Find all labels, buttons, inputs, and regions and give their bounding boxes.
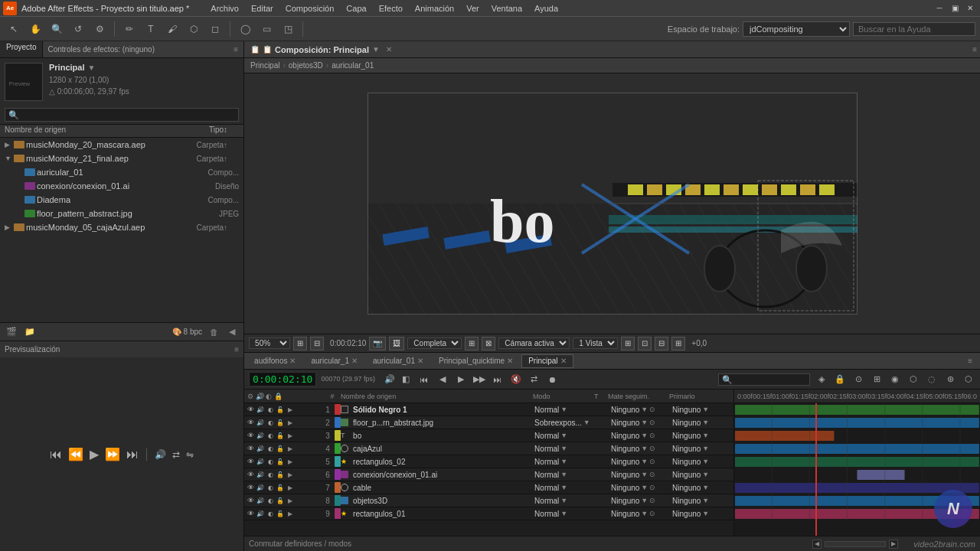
visibility-9[interactable]: 👁 [246, 509, 255, 518]
tool-rotate[interactable]: ↺ [69, 20, 87, 38]
minimize-button[interactable]: ─ [933, 2, 946, 15]
tool-eraser[interactable]: ◻ [206, 20, 224, 38]
collapse-3[interactable]: ▶ [286, 431, 295, 440]
tool-brush[interactable]: 🖌 [163, 20, 181, 38]
visibility-1[interactable]: 👁 [246, 405, 255, 414]
prev-loop[interactable]: ⇄ [172, 449, 180, 460]
lock-6[interactable]: 🔓 [276, 470, 285, 479]
layer-color-1[interactable] [335, 404, 341, 415]
expand-icon[interactable]: ▼ [5, 155, 14, 162]
solo-9[interactable]: ◐ [266, 509, 275, 518]
visibility-8[interactable]: 👁 [246, 496, 255, 505]
tool-select[interactable]: ↖ [5, 20, 23, 38]
layer-name-1[interactable]: Sólido Negro 1 [351, 406, 534, 414]
layer-color-9[interactable] [335, 508, 341, 519]
menu-item-efecto[interactable]: Efecto [373, 0, 409, 17]
timeline-panel-menu[interactable]: ≡ [963, 357, 977, 365]
layer-name-6[interactable]: conexion/conexion_01.ai [351, 471, 534, 479]
tool-stamp[interactable]: ⬡ [185, 20, 203, 38]
snapshot-button[interactable]: 📷 [369, 337, 386, 350]
lock-3[interactable]: 🔓 [276, 431, 285, 440]
collapse-1[interactable]: ▶ [286, 405, 295, 414]
transport-play[interactable]: ▶ [454, 373, 468, 386]
audio-9[interactable]: 🔊 [256, 509, 265, 518]
menu-item-animacion[interactable]: Animación [409, 0, 460, 17]
expand-icon[interactable]: ▶ [5, 141, 14, 148]
transport-beginning[interactable]: ⏮ [417, 373, 431, 386]
menu-item-arquivo[interactable]: Archivo [204, 0, 245, 17]
collapse-7[interactable]: ▶ [286, 483, 295, 492]
tool-rect[interactable]: ▭ [257, 20, 276, 38]
close-button[interactable]: ✕ [963, 2, 977, 15]
maximize-button[interactable]: ▣ [948, 2, 962, 15]
layer-color-5[interactable] [335, 456, 341, 467]
view-btn3[interactable]: ⊟ [655, 337, 668, 350]
prev-step-fwd[interactable]: ⏩ [105, 447, 120, 461]
timeline-tab-principal[interactable]: Principal ✕ [521, 354, 573, 368]
solo-1[interactable]: ◐ [266, 405, 275, 414]
project-search-input[interactable] [5, 108, 239, 122]
visibility-2[interactable]: 👁 [246, 418, 255, 427]
shy-btn[interactable]: ⊙ [851, 373, 865, 386]
close-tab-auricular1[interactable]: ✕ [351, 357, 358, 365]
expand-icon[interactable]: ▶ [5, 223, 14, 231]
3d-btn[interactable]: ⬡ [962, 373, 975, 386]
list-item[interactable]: Diadema Compo... [0, 193, 243, 207]
delete-button[interactable]: 🗑 [207, 325, 220, 339]
audio-4[interactable]: 🔊 [256, 444, 265, 453]
preview-panel-menu[interactable]: ≡ [234, 345, 239, 354]
solo-7[interactable]: ◐ [266, 483, 275, 492]
timeline-scrollbar[interactable] [825, 541, 886, 547]
adj-btn[interactable]: ⊛ [943, 373, 957, 386]
audio-7[interactable]: 🔊 [256, 483, 265, 492]
solo-6[interactable]: ◐ [266, 470, 275, 479]
viewer-panel-menu[interactable]: ≡ [972, 45, 977, 54]
lock-7[interactable]: 🔓 [276, 483, 285, 492]
transport-audio[interactable]: 🔇 [509, 373, 523, 386]
list-item[interactable]: auricular_01 Compo... [0, 165, 243, 179]
menu-item-ver[interactable]: Ver [460, 0, 485, 17]
safe-zones-button[interactable]: ⊟ [310, 337, 324, 350]
lock-btn[interactable]: 🔒 [833, 373, 847, 386]
prev-mute[interactable]: 🔊 [155, 449, 166, 460]
view-btn4[interactable]: ⊞ [671, 337, 685, 350]
breadcrumb-principal[interactable]: Principal [247, 61, 283, 70]
view-btn1[interactable]: ⊞ [621, 337, 635, 350]
comp-tab-close[interactable]: ✕ [386, 45, 392, 54]
transport-loop[interactable]: ⇄ [528, 373, 541, 386]
collapse-btn[interactable]: ⊞ [870, 373, 884, 386]
list-item[interactable]: ▶ musicMonday_20_mascara.aep Carpeta ↑ [0, 138, 243, 152]
layer-name-7[interactable]: cable [351, 484, 534, 492]
layer-color-4[interactable] [335, 443, 341, 454]
time-display[interactable]: 0:00:02:10 [249, 372, 316, 386]
layer-name-4[interactable]: cajaAzul [351, 445, 534, 453]
lock-1[interactable]: 🔓 [276, 405, 285, 414]
timeline-tab-audifonos[interactable]: audifonos ✕ [247, 354, 302, 368]
transport-next-frame[interactable]: ▶▶ [472, 373, 486, 386]
list-item[interactable]: ▶ musicMonday_05_cajaAzul.aep Carpeta ↑ [0, 220, 243, 234]
layer-search-input[interactable] [718, 373, 810, 386]
layer-name-2[interactable]: floor_p...rn_abstract.jpg [351, 419, 534, 427]
layer-color-2[interactable] [335, 417, 341, 428]
visibility-4[interactable]: 👁 [246, 444, 255, 453]
fit-button[interactable]: ⊞ [293, 337, 307, 350]
solo-2[interactable]: ◐ [266, 418, 275, 427]
solo-all-btn[interactable]: ◉ [888, 373, 902, 386]
camera-select[interactable]: Cámara activa [498, 337, 570, 349]
audio-2[interactable]: 🔊 [256, 418, 265, 427]
close-tab-audifonos[interactable]: ✕ [289, 357, 296, 365]
list-item[interactable]: conexion/conexion_01.ai Diseño [0, 179, 243, 193]
collapse-8[interactable]: ▶ [286, 496, 295, 505]
prev-play[interactable]: ▶ [90, 447, 99, 461]
audio-btn[interactable]: 🔊 [383, 373, 397, 386]
tool-text[interactable]: T [142, 20, 160, 38]
view-select[interactable]: 1 Vista [573, 337, 618, 349]
lock-8[interactable]: 🔓 [276, 496, 285, 505]
panel-tab-proyecto[interactable]: Proyecto [0, 41, 43, 57]
solo-btn[interactable]: ◈ [815, 373, 828, 386]
shift-btn[interactable]: ◧ [399, 373, 413, 386]
audio-8[interactable]: 🔊 [256, 496, 265, 505]
quality-select[interactable]: Completa Mitad [407, 337, 462, 349]
visibility-5[interactable]: 👁 [246, 457, 255, 466]
timeline-tab-auricular1[interactable]: auricular_1 ✕ [304, 354, 364, 368]
